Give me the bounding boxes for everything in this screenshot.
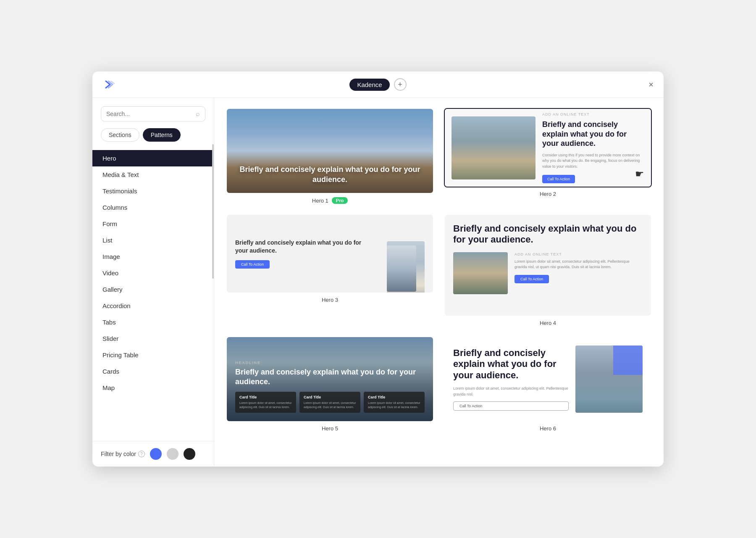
hero4-right: ADD AN ONLINE TEXT Lorem ipsum dolor sit… <box>514 252 643 283</box>
nav-item-columns[interactable]: Columns <box>92 199 214 216</box>
titlebar-center: Kadence + <box>349 78 406 91</box>
card-thumb-hero3[interactable]: Briefly and concisely explain what you d… <box>226 214 434 293</box>
hero6-cta-btn[interactable]: Call To Action <box>453 401 569 411</box>
nav-item-gallery[interactable]: Gallery <box>92 281 214 298</box>
card-thumb-hero4[interactable]: Briefly and concisely explain what you d… <box>444 214 652 316</box>
card-thumb-hero5[interactable]: HEADLINE Briefly and concisely explain w… <box>226 336 434 422</box>
nav-item-testimonials[interactable]: Testimonials <box>92 183 214 199</box>
hero2-preview: ADD AN ONLINE TEXT Briefly and concisely… <box>445 109 651 187</box>
tab-sections[interactable]: Sections <box>101 128 139 142</box>
add-button[interactable]: + <box>394 78 407 91</box>
nav-item-image[interactable]: Image <box>92 248 214 265</box>
hero6-title-text: Briefly and concisely explain what you d… <box>453 348 569 381</box>
tab-patterns[interactable]: Patterns <box>143 128 181 142</box>
pattern-grid: Briefly and concisely explain what you d… <box>226 108 652 432</box>
search-input[interactable] <box>106 111 192 117</box>
hero5-card-1: Card Title Lorem ipsum dolor sit amet, c… <box>235 392 296 413</box>
content-area: Briefly and concisely explain what you d… <box>214 98 664 467</box>
card-label-hero2: Hero 2 <box>444 191 652 197</box>
hero2-content: ADD AN ONLINE TEXT Briefly and concisely… <box>542 112 644 183</box>
nav-item-media-text[interactable]: Media & Text <box>92 166 214 183</box>
hero1-preview: Briefly and concisely explain what you d… <box>227 109 433 193</box>
hero1-title-text: Briefly and concisely explain what you d… <box>227 165 433 185</box>
search-box: ⌕ <box>101 106 205 121</box>
hero5-card2-title: Card Title <box>304 395 356 399</box>
filter-color-dark[interactable] <box>184 448 195 460</box>
hero3-preview: Briefly and concisely explain what you d… <box>227 215 433 293</box>
hero4-cta-btn[interactable]: Call To Action <box>514 275 549 283</box>
hero3-main-text: Briefly and concisely explain what you d… <box>235 239 373 255</box>
hero4-eyebrow: ADD AN ONLINE TEXT <box>514 252 643 256</box>
kadence-badge: Kadence <box>349 79 389 91</box>
card-wrap-hero2: ADD AN ONLINE TEXT Briefly and concisely… <box>444 108 652 204</box>
hero4-title-text: Briefly and concisely explain what you d… <box>453 223 643 245</box>
nav-item-pricing-table[interactable]: Pricing Table <box>92 347 214 363</box>
nav-list: Hero Media & Text Testimonials Columns F… <box>92 148 214 441</box>
hero2-cta-btn[interactable]: Call To Action <box>542 175 575 183</box>
nav-item-slider[interactable]: Slider <box>92 330 214 347</box>
hero5-card-2: Card Title Lorem ipsum dolor sit amet, c… <box>299 392 360 413</box>
tab-row: Sections Patterns <box>92 128 214 148</box>
filter-color-blue[interactable] <box>150 448 162 460</box>
card-label-hero4: Hero 4 <box>444 320 652 326</box>
hero6-blue-accent <box>613 345 643 375</box>
search-wrap: ⌕ <box>92 106 214 128</box>
nav-item-cards[interactable]: Cards <box>92 363 214 380</box>
hero5-preview: HEADLINE Briefly and concisely explain w… <box>227 337 433 421</box>
pro-badge-hero1: Pro <box>332 197 348 204</box>
hero4-image <box>453 252 508 294</box>
hero5-title-text: Briefly and concisely explain what you d… <box>235 367 425 387</box>
card-wrap-hero1: Briefly and concisely explain what you d… <box>226 108 434 204</box>
card-wrap-hero5: HEADLINE Briefly and concisely explain w… <box>226 336 434 432</box>
card-label-hero6: Hero 6 <box>444 425 652 432</box>
filter-section: Filter by color ? <box>92 441 214 467</box>
search-icon: ⌕ <box>196 110 200 118</box>
hero5-card3-text: Lorem ipsum dolor sit amet, consectetur … <box>368 401 420 409</box>
hero5-card3-title: Card Title <box>368 395 420 399</box>
hero5-card2-text: Lorem ipsum dolor sit amet, consectetur … <box>304 401 356 409</box>
nav-item-hero[interactable]: Hero <box>92 150 214 166</box>
card-label-hero3: Hero 3 <box>226 297 434 303</box>
hero4-preview: Briefly and concisely explain what you d… <box>445 215 651 316</box>
hero6-body-text: Lorem ipsum dolor sit amet, consectetur … <box>453 386 569 397</box>
nav-item-video[interactable]: Video <box>92 265 214 281</box>
hero5-card-3: Card Title Lorem ipsum dolor sit amet, c… <box>364 392 425 413</box>
card-label-hero5: Hero 5 <box>226 425 434 432</box>
hero2-body-text: Consider using this if you need to provi… <box>542 153 644 170</box>
hero5-card1-title: Card Title <box>239 395 292 399</box>
app-logo-icon <box>102 77 118 92</box>
filter-label: Filter by color ? <box>101 451 145 457</box>
card-wrap-hero6: Briefly and concisely explain what you d… <box>444 336 652 432</box>
hero4-bottom: ADD AN ONLINE TEXT Lorem ipsum dolor sit… <box>453 252 643 294</box>
app-window: Kadence + × ⌕ Sections Patterns Hero Med… <box>92 71 664 467</box>
card-wrap-hero4: Briefly and concisely explain what you d… <box>444 214 652 326</box>
logo-area <box>102 77 118 92</box>
hero6-preview: Briefly and concisely explain what you d… <box>445 337 651 421</box>
nav-item-form[interactable]: Form <box>92 216 214 232</box>
nav-item-tabs[interactable]: Tabs <box>92 314 214 330</box>
close-button[interactable]: × <box>648 80 654 89</box>
nav-item-list[interactable]: List <box>92 232 214 248</box>
card-thumb-hero1[interactable]: Briefly and concisely explain what you d… <box>226 108 434 194</box>
card-thumb-hero6[interactable]: Briefly and concisely explain what you d… <box>444 336 652 422</box>
nav-item-accordion[interactable]: Accordion <box>92 298 214 314</box>
sidebar: ⌕ Sections Patterns Hero Media & Text Te… <box>92 98 214 467</box>
main-content: ⌕ Sections Patterns Hero Media & Text Te… <box>92 98 664 467</box>
card-label-hero1: Hero 1 Pro <box>226 197 434 204</box>
nav-item-map[interactable]: Map <box>92 380 214 396</box>
hero3-text-col: Briefly and concisely explain what you d… <box>235 239 373 269</box>
hero2-eyebrow: ADD AN ONLINE TEXT <box>542 112 644 116</box>
hero6-image <box>575 345 643 413</box>
card-thumb-hero2[interactable]: ADD AN ONLINE TEXT Briefly and concisely… <box>444 108 652 187</box>
hero3-fg-image <box>387 245 416 292</box>
hero6-text-col: Briefly and concisely explain what you d… <box>453 348 569 411</box>
hero5-cards-row: Card Title Lorem ipsum dolor sit amet, c… <box>235 392 425 413</box>
titlebar: Kadence + × <box>92 71 664 98</box>
help-icon[interactable]: ? <box>138 451 145 457</box>
filter-color-gray[interactable] <box>167 448 178 460</box>
hero3-cta-btn[interactable]: Call To Action <box>235 260 270 269</box>
sidebar-scrollbar[interactable] <box>212 144 214 279</box>
hero2-title-text: Briefly and concisely explain what you d… <box>542 120 644 148</box>
card-wrap-hero3: Briefly and concisely explain what you d… <box>226 214 434 326</box>
hero2-image <box>452 116 536 179</box>
